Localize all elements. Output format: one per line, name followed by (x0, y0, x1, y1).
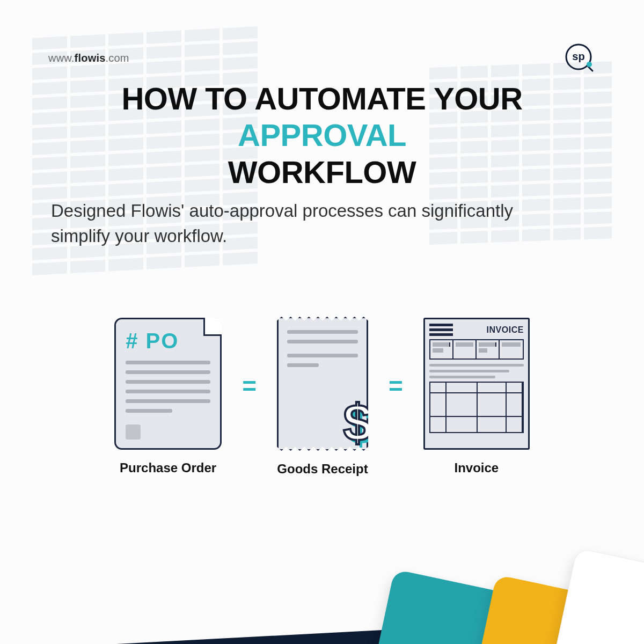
title-accent: APPROVAL (238, 118, 406, 152)
subheading: Designed Flowis' auto-approval processes… (51, 199, 569, 249)
invoice-block: INVOICE Invoice (423, 318, 530, 475)
sp-logo-icon: sp (564, 42, 596, 74)
goods-receipt-label: Goods Receipt (277, 462, 368, 477)
goods-receipt-block: $ Goods Receipt (277, 317, 368, 477)
title-line2: WORKFLOW (228, 155, 416, 189)
site-url: www.flowis.com (48, 52, 129, 64)
page-title: HOW TO AUTOMATE YOUR APPROVAL WORKFLOW (48, 80, 596, 191)
po-tag: # PO (126, 329, 210, 353)
decorative-footer (0, 564, 644, 644)
purchase-order-block: # PO Purchase Order (114, 318, 222, 475)
svg-point-1 (587, 62, 592, 67)
purchase-order-icon: # PO (114, 318, 222, 450)
purchase-order-label: Purchase Order (120, 460, 216, 475)
equals-sign-1: = (242, 371, 257, 400)
goods-receipt-icon: $ (277, 317, 368, 451)
header: www.flowis.com sp (48, 42, 596, 74)
url-prefix: www. (48, 52, 75, 64)
invoice-header-text: INVOICE (487, 325, 524, 335)
decor-card-yellow (472, 575, 606, 644)
invoice-icon: INVOICE (423, 318, 530, 450)
decor-card-white (552, 548, 644, 644)
url-brand: flowis (75, 52, 106, 64)
equals-sign-2: = (389, 371, 403, 400)
dollar-icon: $ (343, 393, 372, 452)
sp-logo-text: sp (572, 50, 584, 62)
title-pre: HOW TO AUTOMATE YOUR (121, 81, 522, 116)
workflow-diagram: # PO Purchase Order = $ Goods Receipt = … (43, 317, 601, 477)
invoice-label: Invoice (455, 460, 499, 475)
decor-card-teal (370, 569, 504, 644)
url-suffix: .com (105, 52, 129, 64)
